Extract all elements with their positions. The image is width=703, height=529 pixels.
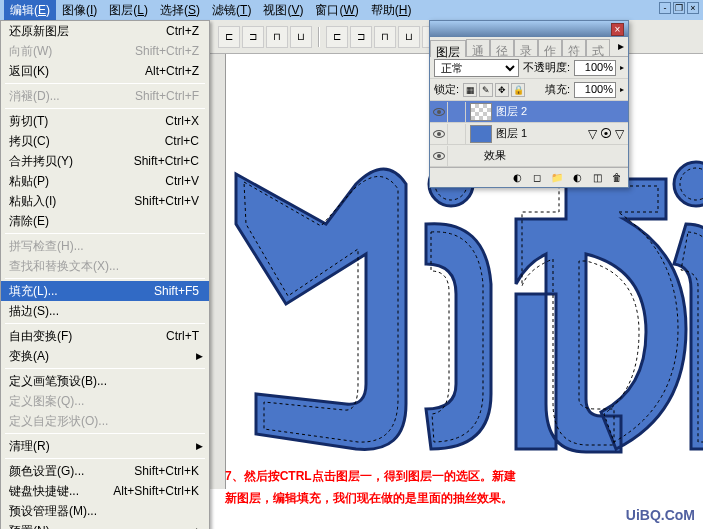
tool-align-2[interactable]: ⊐ bbox=[242, 26, 264, 48]
layer-visibility-icon[interactable] bbox=[430, 102, 448, 122]
lock-pixels-icon[interactable]: ✎ bbox=[479, 83, 493, 97]
window-close-icon[interactable]: × bbox=[687, 2, 699, 14]
define-pattern[interactable]: 定义图案(Q)... bbox=[1, 391, 209, 411]
effect-visibility-icon[interactable] bbox=[430, 146, 448, 166]
layer-link-cell[interactable] bbox=[448, 102, 466, 122]
spell-check[interactable]: 拼写检查(H)... bbox=[1, 236, 209, 256]
color-settings[interactable]: 颜色设置(G)...Shift+Ctrl+K bbox=[1, 461, 209, 481]
fill-arrow-icon[interactable]: ▸ bbox=[620, 85, 624, 94]
preferences[interactable]: 预置(N)▶ bbox=[1, 521, 209, 529]
menu-layer[interactable]: 图层(L) bbox=[103, 0, 154, 21]
tool-align-8[interactable]: ⊔ bbox=[398, 26, 420, 48]
layer-name[interactable]: 图层 2 bbox=[496, 104, 527, 119]
menu-select[interactable]: 选择(S) bbox=[154, 0, 206, 21]
tool-align-6[interactable]: ⊐ bbox=[350, 26, 372, 48]
fade[interactable]: 消褪(D)...Shift+Ctrl+F bbox=[1, 86, 209, 106]
menu-view[interactable]: 视图(V) bbox=[257, 0, 309, 21]
window-restore-icon[interactable]: ❐ bbox=[673, 2, 685, 14]
tab-channels[interactable]: 通 bbox=[466, 39, 490, 56]
fx-triangle-icon[interactable]: ▽ bbox=[588, 127, 597, 141]
tab-actions[interactable]: 作 bbox=[538, 39, 562, 56]
tab-char[interactable]: 符 bbox=[562, 39, 586, 56]
tool-align-3[interactable]: ⊓ bbox=[266, 26, 288, 48]
layer-thumbnail[interactable] bbox=[470, 125, 492, 143]
panel-titlebar[interactable]: × bbox=[430, 21, 628, 37]
layer-set-icon[interactable]: 📁 bbox=[550, 171, 564, 185]
ruler-vertical bbox=[210, 54, 226, 489]
layer-link-cell[interactable] bbox=[448, 124, 466, 144]
adjustment-layer-icon[interactable]: ◐ bbox=[570, 171, 584, 185]
fx-badge-icon: ⦿ bbox=[600, 127, 612, 141]
lock-transparency-icon[interactable]: ▦ bbox=[463, 83, 477, 97]
effect-name: 效果 bbox=[484, 148, 506, 163]
fx-collapse-icon[interactable]: ▽ bbox=[615, 127, 624, 141]
preset-manager[interactable]: 预设管理器(M)... bbox=[1, 501, 209, 521]
paste-into[interactable]: 粘贴入(I)Shift+Ctrl+V bbox=[1, 191, 209, 211]
copy-merged[interactable]: 合并拷贝(Y)Shift+Ctrl+C bbox=[1, 151, 209, 171]
fill[interactable]: 填充(L)...Shift+F5 bbox=[1, 281, 209, 301]
layer-list: 图层 2 图层 1 ▽⦿▽ 效果 bbox=[430, 101, 628, 167]
define-brush-preset[interactable]: 定义画笔预设(B)... bbox=[1, 371, 209, 391]
layer-row-1[interactable]: 图层 1 ▽⦿▽ bbox=[430, 123, 628, 145]
delete-layer-icon[interactable]: 🗑 bbox=[610, 171, 624, 185]
keyboard-shortcuts[interactable]: 键盘快捷键...Alt+Shift+Ctrl+K bbox=[1, 481, 209, 501]
menu-filter[interactable]: 滤镜(T) bbox=[206, 0, 257, 21]
fill-label: 填充: bbox=[545, 82, 570, 97]
panel-close-icon[interactable]: × bbox=[611, 23, 624, 36]
new-layer-icon[interactable]: ◫ bbox=[590, 171, 604, 185]
menu-window[interactable]: 窗口(W) bbox=[309, 0, 364, 21]
tab-paths[interactable]: 径 bbox=[490, 39, 514, 56]
clear[interactable]: 清除(E) bbox=[1, 211, 209, 231]
layer-row-2[interactable]: 图层 2 bbox=[430, 101, 628, 123]
lock-label: 锁定: bbox=[434, 82, 459, 97]
layer-name[interactable]: 图层 1 bbox=[496, 126, 527, 141]
fill-input[interactable]: 100% bbox=[574, 82, 616, 98]
paste[interactable]: 粘贴(P)Ctrl+V bbox=[1, 171, 209, 191]
step-forward[interactable]: 向前(W)Shift+Ctrl+Z bbox=[1, 41, 209, 61]
find-replace-text[interactable]: 查找和替换文本(X)... bbox=[1, 256, 209, 276]
purge[interactable]: 清理(R)▶ bbox=[1, 436, 209, 456]
lock-all-icon[interactable]: 🔒 bbox=[511, 83, 525, 97]
layer-style-icon[interactable]: ◐ bbox=[510, 171, 524, 185]
window-minimize-icon[interactable]: - bbox=[659, 2, 671, 14]
watermark: UiBQ.CoM bbox=[626, 507, 695, 523]
opacity-arrow-icon[interactable]: ▸ bbox=[620, 63, 624, 72]
transform[interactable]: 变换(A)▶ bbox=[1, 346, 209, 366]
tool-align-4[interactable]: ⊔ bbox=[290, 26, 312, 48]
menu-edit[interactable]: 编辑(E) bbox=[4, 0, 56, 21]
define-custom-shape[interactable]: 定义自定形状(O)... bbox=[1, 411, 209, 431]
cut[interactable]: 剪切(T)Ctrl+X bbox=[1, 111, 209, 131]
tab-styles[interactable]: 式 bbox=[586, 39, 610, 56]
panel-menu-icon[interactable]: ▸ bbox=[614, 37, 628, 56]
layer-visibility-icon[interactable] bbox=[430, 124, 448, 144]
tool-align-7[interactable]: ⊓ bbox=[374, 26, 396, 48]
stroke[interactable]: 描边(S)... bbox=[1, 301, 209, 321]
layer-thumbnail[interactable] bbox=[470, 103, 492, 121]
layer-mask-icon[interactable]: ◻ bbox=[530, 171, 544, 185]
lock-position-icon[interactable]: ✥ bbox=[495, 83, 509, 97]
layers-panel-footer: ◐ ◻ 📁 ◐ ◫ 🗑 bbox=[430, 167, 628, 187]
menu-image[interactable]: 图像(I) bbox=[56, 0, 103, 21]
blend-mode-select[interactable]: 正常 bbox=[434, 59, 519, 77]
opacity-label: 不透明度: bbox=[523, 60, 570, 75]
tab-history[interactable]: 录 bbox=[514, 39, 538, 56]
layers-panel[interactable]: × 图层 通 径 录 作 符 式 ▸ 正常 不透明度: 100% ▸ 锁定: ▦… bbox=[429, 20, 629, 188]
edit-dropdown: 还原新图层Ctrl+Z 向前(W)Shift+Ctrl+Z 返回(K)Alt+C… bbox=[0, 20, 210, 529]
menu-help[interactable]: 帮助(H) bbox=[365, 0, 418, 21]
instruction-text: 7、然后按CTRL点击图层一，得到图层一的选区。新建 新图层，编辑填充，我们现在… bbox=[225, 465, 516, 509]
panel-tabs: 图层 通 径 录 作 符 式 ▸ bbox=[430, 37, 628, 57]
free-transform[interactable]: 自由变换(F)Ctrl+T bbox=[1, 326, 209, 346]
menubar: 编辑(E) 图像(I) 图层(L) 选择(S) 滤镜(T) 视图(V) 窗口(W… bbox=[0, 0, 703, 20]
tool-align-1[interactable]: ⊏ bbox=[218, 26, 240, 48]
tool-align-5[interactable]: ⊏ bbox=[326, 26, 348, 48]
layer-effect-row[interactable]: 效果 bbox=[430, 145, 628, 167]
svg-point-2 bbox=[674, 162, 703, 206]
opacity-input[interactable]: 100% bbox=[574, 60, 616, 76]
copy[interactable]: 拷贝(C)Ctrl+C bbox=[1, 131, 209, 151]
undo-new-layer[interactable]: 还原新图层Ctrl+Z bbox=[1, 21, 209, 41]
tab-layers[interactable]: 图层 bbox=[430, 40, 466, 57]
step-backward[interactable]: 返回(K)Alt+Ctrl+Z bbox=[1, 61, 209, 81]
